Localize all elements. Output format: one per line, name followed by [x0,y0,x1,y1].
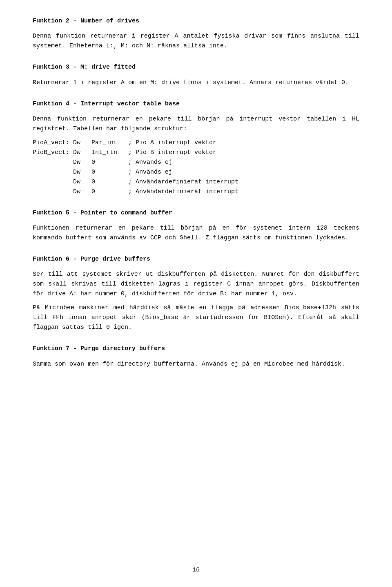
funktion6-para2: På Microbee maskiner med hårddisk så mås… [33,303,359,333]
page: Funktion 2 - Number of drives Denna funk… [0,0,392,587]
section-funktion2: Funktion 2 - Number of drives Denna funk… [33,16,359,51]
funktion6-title: Funktion 6 - Purge drive buffers [33,254,359,264]
funktion4-para1: Denna funktion returnerar en pekare till… [33,114,359,134]
funktion3-title: Funktion 3 - M: drive fitted [33,62,359,72]
funktion4-code: PioA_vect: Dw Par_int ; Pio A interrupt … [33,138,359,197]
funktion5-title: Funktion 5 - Pointer to command buffer [33,208,359,218]
funktion5-para1: Funktionen returnerar en pekare till bör… [33,223,359,243]
section-funktion5: Funktion 5 - Pointer to command buffer F… [33,208,359,243]
funktion2-para1: Denna funktion returnerar i register A a… [33,31,359,51]
funktion2-title: Funktion 2 - Number of drives [33,16,359,26]
funktion6-para1: Ser till att systemet skriver ut diskbuf… [33,270,359,299]
section-funktion4: Funktion 4 - Interrupt vector table base… [33,99,359,197]
section-funktion7: Funktion 7 - Purge directory buffers Sam… [33,344,359,369]
section-funktion3: Funktion 3 - M: drive fitted Returnerar … [33,62,359,87]
funktion7-para1: Samma som ovan men för directory buffert… [33,359,359,369]
funktion3-para1: Returnerar 1 i register A om en M: drive… [33,78,359,88]
page-number: 16 [0,565,392,575]
funktion4-title: Funktion 4 - Interrupt vector table base [33,99,359,109]
funktion7-title: Funktion 7 - Purge directory buffers [33,344,359,353]
section-funktion6: Funktion 6 - Purge drive buffers Ser til… [33,254,359,333]
